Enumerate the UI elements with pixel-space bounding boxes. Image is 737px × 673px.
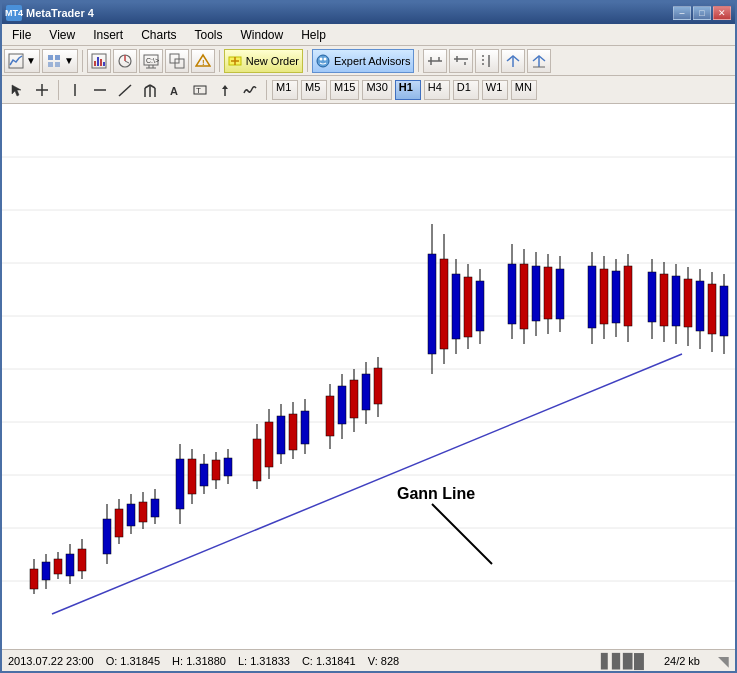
svg-rect-155 — [720, 286, 728, 336]
svg-marker-54 — [222, 85, 228, 89]
gann-line-label: Gann Line — [397, 485, 475, 502]
svg-rect-113 — [374, 368, 382, 404]
tool-andrews-pitchfork[interactable] — [139, 79, 161, 101]
tf-m15[interactable]: M15 — [330, 80, 359, 100]
tool-vertical-line[interactable] — [64, 79, 86, 101]
svg-rect-143 — [648, 272, 656, 322]
svg-rect-2 — [55, 55, 60, 60]
toolbar-sep1 — [82, 50, 83, 72]
expert-advisors-button[interactable]: Expert Advisors — [312, 49, 414, 73]
tf-d1[interactable]: D1 — [453, 80, 479, 100]
svg-text:A: A — [170, 85, 178, 97]
candle-group-2 — [103, 489, 159, 564]
tf-w1[interactable]: W1 — [482, 80, 508, 100]
status-low: L: 1.31833 — [238, 655, 290, 667]
svg-text:T: T — [196, 86, 201, 95]
svg-rect-89 — [200, 464, 208, 486]
tf-m5[interactable]: M5 — [301, 80, 327, 100]
svg-rect-73 — [78, 549, 86, 571]
tf-m30[interactable]: M30 — [362, 80, 391, 100]
status-high: H: 1.31880 — [172, 655, 226, 667]
svg-text:C:\>: C:\> — [146, 57, 159, 64]
svg-rect-83 — [151, 499, 159, 517]
toolbar-chart-window[interactable] — [165, 49, 189, 73]
menu-charts[interactable]: Charts — [133, 26, 184, 44]
close-button[interactable]: ✕ — [713, 6, 731, 20]
toolbar-sep4 — [418, 50, 419, 72]
tool-trend-line[interactable] — [114, 79, 136, 101]
toolbar-zoom-out[interactable] — [449, 49, 473, 73]
tf-m1[interactable]: M1 — [272, 80, 298, 100]
new-order-label: New Order — [246, 55, 299, 67]
svg-marker-39 — [12, 85, 21, 96]
candle-group-5 — [326, 357, 382, 449]
toolbar-terminal[interactable]: C:\> — [139, 49, 163, 73]
svg-rect-65 — [30, 569, 38, 589]
tf-mn[interactable]: MN — [511, 80, 537, 100]
svg-rect-3 — [48, 62, 53, 67]
toolbar-marketwatch[interactable] — [87, 49, 111, 73]
candle-group-6 — [428, 224, 484, 374]
svg-rect-139 — [612, 271, 620, 323]
svg-rect-117 — [440, 259, 448, 349]
status-bar: 2013.07.22 23:00 O: 1.31845 H: 1.31880 L… — [2, 649, 735, 671]
toolbar2-sep1 — [58, 80, 59, 100]
svg-rect-67 — [42, 562, 50, 580]
svg-rect-145 — [660, 274, 668, 326]
svg-rect-101 — [289, 414, 297, 450]
tool-crosshair[interactable] — [31, 79, 53, 101]
tool-horizontal-line[interactable] — [89, 79, 111, 101]
app-icon: MT4 — [6, 5, 22, 21]
svg-rect-147 — [672, 276, 680, 326]
svg-rect-153 — [708, 284, 716, 334]
svg-point-27 — [324, 57, 327, 60]
toolbar-navigator[interactable] — [113, 49, 137, 73]
toolbar-new-chart[interactable]: ▼ — [4, 49, 40, 73]
svg-rect-4 — [55, 62, 60, 67]
minimize-button[interactable]: – — [673, 6, 691, 20]
svg-rect-137 — [600, 269, 608, 324]
status-volume: V: 828 — [368, 655, 399, 667]
toolbar-alert[interactable]: ! — [191, 49, 215, 73]
menu-view[interactable]: View — [41, 26, 83, 44]
tool-text[interactable]: A — [164, 79, 186, 101]
scroll-indicator-icon: ◥ — [718, 653, 729, 669]
title-bar-text: MetaTrader 4 — [26, 7, 94, 19]
chart-wrapper: Gann Line — [2, 104, 735, 671]
svg-rect-69 — [54, 559, 62, 574]
gann-annotation-line — [432, 504, 492, 564]
toolbar-auto-scroll[interactable] — [501, 49, 525, 73]
chart-container[interactable]: Gann Line — [2, 104, 735, 649]
tool-text-label[interactable]: T — [189, 79, 211, 101]
tool-arrow-marker[interactable] — [214, 79, 236, 101]
status-filesize: 24/2 kb — [664, 655, 700, 667]
menu-bar: File View Insert Charts Tools Window Hel… — [2, 24, 735, 46]
toolbar-chart-shift[interactable] — [527, 49, 551, 73]
menu-window[interactable]: Window — [233, 26, 292, 44]
svg-rect-87 — [188, 459, 196, 494]
menu-tools[interactable]: Tools — [187, 26, 231, 44]
toolbar-period-sep[interactable] — [475, 49, 499, 73]
svg-rect-91 — [212, 460, 220, 480]
tf-h4[interactable]: H4 — [424, 80, 450, 100]
svg-rect-131 — [544, 267, 552, 319]
maximize-button[interactable]: □ — [693, 6, 711, 20]
menu-file[interactable]: File — [4, 26, 39, 44]
menu-help[interactable]: Help — [293, 26, 334, 44]
new-order-button[interactable]: New Order — [224, 49, 303, 73]
svg-rect-93 — [224, 458, 232, 476]
tool-wave[interactable] — [239, 79, 261, 101]
menu-insert[interactable]: Insert — [85, 26, 131, 44]
tf-h1[interactable]: H1 — [395, 80, 421, 100]
toolbar-zoom-in[interactable] — [423, 49, 447, 73]
svg-rect-133 — [556, 269, 564, 319]
svg-rect-79 — [127, 504, 135, 526]
tool-arrow[interactable] — [6, 79, 28, 101]
toolbar-profiles[interactable]: ▼ — [42, 49, 78, 73]
volume-bars-icon: ▋▊▉█ — [601, 653, 644, 669]
status-open: O: 1.31845 — [106, 655, 160, 667]
grid-lines — [2, 157, 735, 581]
svg-rect-119 — [452, 274, 460, 339]
svg-point-26 — [320, 57, 323, 60]
toolbar2: A T M1 M5 M15 M30 H1 H4 D1 W1 MN — [2, 76, 735, 104]
